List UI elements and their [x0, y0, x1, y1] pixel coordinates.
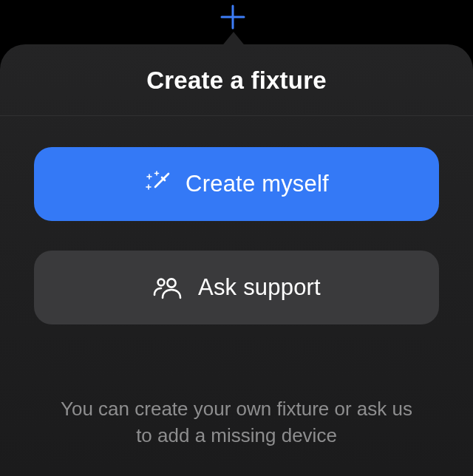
popover-title: Create a fixture [0, 67, 473, 95]
magic-wand-icon [144, 170, 172, 198]
popover-description: You can create your own fixture or ask u… [34, 395, 439, 449]
svg-point-11 [158, 279, 165, 286]
ask-support-button[interactable]: Ask support [34, 251, 439, 324]
popover-body: Create myself Ask support You can create… [0, 116, 473, 449]
popover-pointer [220, 32, 247, 48]
create-myself-label: Create myself [186, 171, 329, 197]
add-button[interactable] [200, 4, 266, 33]
create-fixture-popover: Create a fixture [0, 44, 473, 476]
ask-support-label: Ask support [198, 274, 321, 301]
svg-point-10 [167, 279, 175, 287]
popover-header: Create a fixture [0, 44, 473, 116]
create-myself-button[interactable]: Create myself [34, 147, 439, 221]
people-icon [152, 275, 185, 300]
plus-icon [220, 4, 245, 33]
svg-line-2 [155, 174, 169, 187]
